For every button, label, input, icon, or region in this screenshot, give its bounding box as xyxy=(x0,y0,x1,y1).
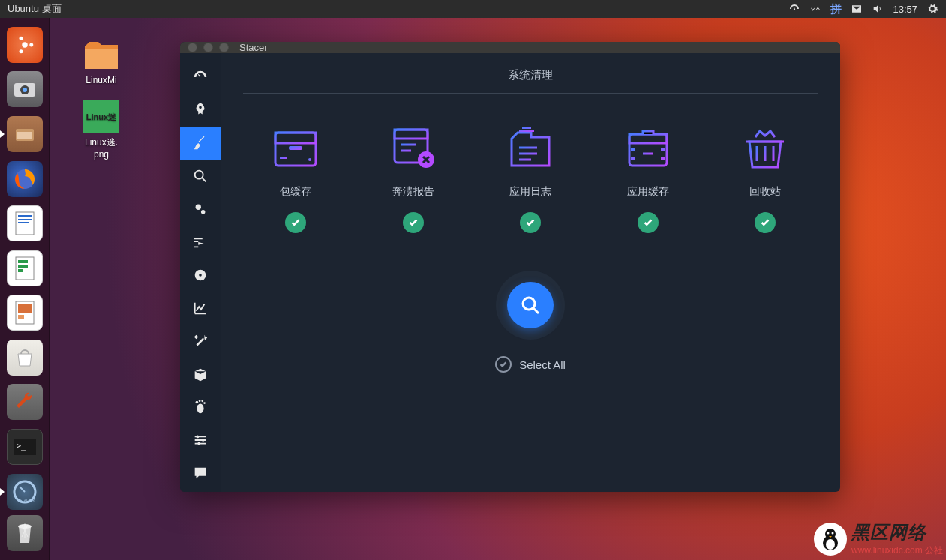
svg-rect-17 xyxy=(18,265,23,268)
stacer-side-services[interactable] xyxy=(180,193,221,226)
stacer-sidebar xyxy=(180,53,221,492)
app-logs-icon xyxy=(504,124,557,172)
launcher-trash[interactable] xyxy=(5,514,44,553)
svg-rect-44 xyxy=(280,157,287,159)
category-crash-reports[interactable]: 奔溃报告 xyxy=(376,124,451,233)
svg-rect-11 xyxy=(18,215,32,217)
terminal-icon: >_ xyxy=(12,437,38,457)
svg-point-32 xyxy=(199,274,202,277)
stacer-side-apt-repos[interactable] xyxy=(180,358,221,391)
category-check[interactable] xyxy=(285,212,306,233)
desktop-icon-linuxmi[interactable]: LinuxMi xyxy=(71,39,131,85)
launcher-settings[interactable] xyxy=(5,383,44,422)
launcher-writer[interactable] xyxy=(5,204,44,243)
svg-text:STACER: STACER xyxy=(20,498,35,502)
svg-rect-50 xyxy=(629,134,667,143)
unity-launcher: >_ STACER xyxy=(0,18,50,560)
svg-point-53 xyxy=(826,539,835,550)
indicator-network[interactable] xyxy=(809,3,821,15)
indicator-sound[interactable] xyxy=(872,3,884,15)
svg-point-39 xyxy=(202,439,205,442)
app-cache-icon xyxy=(622,124,674,172)
stacer-side-search[interactable] xyxy=(180,160,221,193)
calc-icon xyxy=(14,256,35,281)
stacer-side-helpers[interactable] xyxy=(180,325,221,358)
launcher-software[interactable] xyxy=(5,338,44,377)
gauge-icon: STACER xyxy=(12,479,38,505)
desktop-icon-label: Linux迷. png xyxy=(71,136,131,160)
launcher-terminal[interactable]: >_ xyxy=(5,427,44,466)
stacer-side-processes[interactable] xyxy=(180,226,221,259)
stacer-window: Stacer 系统清理 包缓存 xyxy=(180,42,840,492)
svg-point-55 xyxy=(827,532,829,534)
scan-button[interactable] xyxy=(507,282,554,328)
launcher-stacer[interactable]: STACER xyxy=(5,472,44,511)
launcher-firefox[interactable] xyxy=(5,160,44,199)
gauge-icon xyxy=(192,69,209,85)
check-circle-icon xyxy=(495,356,512,373)
category-package-cache[interactable]: 包缓存 xyxy=(258,124,333,233)
svg-point-6 xyxy=(23,88,27,92)
category-check[interactable] xyxy=(520,212,541,233)
stacer-side-resources[interactable] xyxy=(180,292,221,325)
indicator-mail[interactable] xyxy=(851,3,863,15)
indicator-input-method[interactable]: 拼 xyxy=(830,2,842,16)
svg-point-0 xyxy=(22,42,28,48)
chart-icon xyxy=(192,300,209,316)
svg-rect-13 xyxy=(18,222,29,223)
window-close-button[interactable] xyxy=(188,43,197,52)
indicator-clock[interactable]: 13:57 xyxy=(893,4,917,15)
desktop-icon-linuxmi-png[interactable]: Linux迷 Linux迷. png xyxy=(71,100,131,160)
window-maximize-button[interactable] xyxy=(219,43,229,52)
category-check[interactable] xyxy=(755,212,776,233)
category-app-logs[interactable]: 应用日志 xyxy=(493,124,568,233)
watermark: 黑区网络 www.linuxidc.com 公社 xyxy=(814,520,943,557)
indicator-gauge[interactable] xyxy=(788,3,800,15)
stacer-side-gnome[interactable] xyxy=(180,391,221,424)
svg-point-34 xyxy=(196,401,199,404)
svg-rect-22 xyxy=(18,315,24,319)
select-all-toggle[interactable]: Select All xyxy=(495,356,566,373)
network-icon xyxy=(809,3,821,15)
indicator-session[interactable] xyxy=(926,3,938,15)
category-label: 应用缓存 xyxy=(627,185,669,199)
launcher-ubuntu-dash[interactable] xyxy=(5,25,44,64)
chat-icon xyxy=(192,465,209,481)
stacer-titlebar[interactable]: Stacer xyxy=(180,42,840,53)
category-app-cache[interactable]: 应用缓存 xyxy=(611,124,686,233)
svg-point-30 xyxy=(201,210,206,214)
stacer-side-startup[interactable] xyxy=(180,94,221,127)
launcher-screenshot[interactable] xyxy=(5,70,44,109)
stacer-side-uninstaller[interactable] xyxy=(180,259,221,292)
svg-point-2 xyxy=(19,37,23,40)
window-minimize-button[interactable] xyxy=(203,43,213,52)
panel-title[interactable]: Ubuntu 桌面 xyxy=(3,2,62,16)
broom-icon xyxy=(192,135,209,151)
svg-point-29 xyxy=(196,205,201,210)
launcher-impress[interactable] xyxy=(5,293,44,332)
category-check[interactable] xyxy=(638,212,659,233)
launcher-files[interactable] xyxy=(5,115,44,154)
svg-rect-47 xyxy=(395,130,428,139)
stacer-side-settings[interactable] xyxy=(180,424,221,457)
svg-rect-21 xyxy=(18,304,32,313)
category-check[interactable] xyxy=(403,212,424,233)
stacer-side-cleaner[interactable] xyxy=(180,127,221,160)
svg-text:>_: >_ xyxy=(17,442,26,451)
svg-rect-19 xyxy=(18,269,23,272)
stacer-side-dashboard[interactable] xyxy=(180,61,221,94)
launcher-calc[interactable] xyxy=(5,249,44,288)
svg-point-1 xyxy=(29,43,33,46)
impress-icon xyxy=(14,300,35,325)
svg-point-45 xyxy=(308,158,311,161)
svg-point-36 xyxy=(201,400,203,402)
gauge-icon xyxy=(788,3,800,15)
stacer-main: 系统清理 包缓存 奔溃报告 应用日志 xyxy=(221,53,840,492)
stacer-categories: 包缓存 奔溃报告 应用日志 应用缓存 xyxy=(243,124,818,233)
category-label: 应用日志 xyxy=(509,185,551,199)
svg-point-56 xyxy=(831,532,833,534)
top-panel: Ubuntu 桌面 拼 13:57 xyxy=(0,0,946,18)
category-trash-bin[interactable]: 回收站 xyxy=(728,124,803,233)
stacer-side-feedback[interactable] xyxy=(180,457,221,490)
category-label: 奔溃报告 xyxy=(392,185,434,199)
